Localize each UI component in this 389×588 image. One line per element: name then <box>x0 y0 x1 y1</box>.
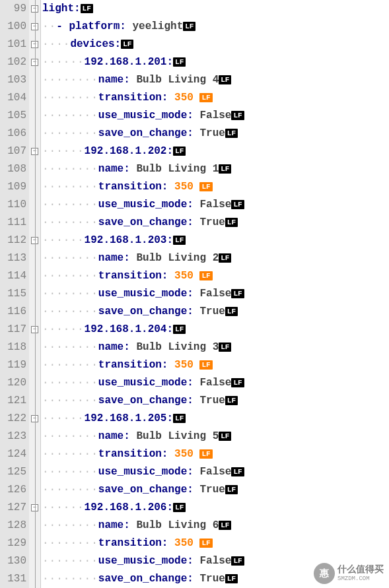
watermark-icon: 惠 <box>314 563 335 584</box>
code-line[interactable]: ········save_on_change: TrueLF <box>42 481 389 499</box>
fold-guide <box>29 339 40 356</box>
fold-guide <box>29 249 40 267</box>
code-line[interactable]: ········save_on_change: TrueLF <box>42 392 389 410</box>
fold-column[interactable]: −−−−−−−−− <box>29 0 41 588</box>
line-number: 111 <box>0 214 26 232</box>
line-number: 123 <box>0 428 26 445</box>
fold-guide <box>29 463 40 481</box>
code-line[interactable]: ········name: Bulb Living 2LF <box>42 249 389 267</box>
code-line[interactable]: ········use_music_mode: FalseLF <box>42 374 389 392</box>
code-line[interactable]: ··- platform: yeelightLF <box>42 18 389 36</box>
lf-marker-icon: LF <box>199 539 212 548</box>
line-number: 128 <box>0 517 26 535</box>
watermark: 惠 什么值得买 SMZDM.COM <box>314 563 384 584</box>
code-line[interactable]: ····devices:LF <box>42 36 389 53</box>
code-line[interactable]: ········name: Bulb Living 4LF <box>42 71 389 89</box>
lf-marker-icon: LF <box>173 414 186 423</box>
line-number: 103 <box>0 71 26 89</box>
fold-guide <box>29 285 40 303</box>
code-line[interactable]: ········name: Bulb Living 1LF <box>42 160 389 178</box>
code-line[interactable]: ········transition: 350 LF <box>42 535 389 552</box>
fold-toggle[interactable]: − <box>29 53 40 71</box>
lf-marker-icon: LF <box>219 75 231 84</box>
line-number: 130 <box>0 552 26 570</box>
code-line[interactable]: ········use_music_mode: FalseLF <box>42 285 389 303</box>
code-editor[interactable]: 9910010110210310410510610710810911011111… <box>0 0 389 588</box>
code-line[interactable]: ········name: Bulb Living 3LF <box>42 339 389 356</box>
fold-guide <box>29 196 40 214</box>
code-line[interactable]: ······192.168.1.201:LF <box>42 53 389 71</box>
watermark-sub: SMZDM.COM <box>337 575 384 582</box>
code-line[interactable]: ······192.168.1.205:LF <box>42 410 389 428</box>
lf-marker-icon: LF <box>219 253 231 263</box>
code-line[interactable]: ········use_music_mode: FalseLF <box>42 463 389 481</box>
line-number: 107 <box>0 143 26 160</box>
code-line[interactable]: ········save_on_change: TrueLF <box>42 214 389 232</box>
code-line[interactable]: ········use_music_mode: FalseLF <box>42 107 389 125</box>
fold-guide <box>29 178 40 196</box>
line-number: 118 <box>0 339 26 356</box>
line-number: 104 <box>0 89 26 107</box>
line-number: 127 <box>0 499 26 517</box>
code-line[interactable]: ······192.168.1.206:LF <box>42 499 389 517</box>
line-number: 129 <box>0 535 26 552</box>
fold-guide <box>29 374 40 392</box>
lf-marker-icon: LF <box>199 182 212 191</box>
fold-guide <box>29 535 40 552</box>
line-number: 126 <box>0 481 26 499</box>
code-line[interactable]: ········use_music_mode: FalseLF <box>42 196 389 214</box>
lf-marker-icon: LF <box>225 129 238 138</box>
lf-marker-icon: LF <box>199 449 212 459</box>
lf-marker-icon: LF <box>231 467 244 476</box>
fold-guide <box>29 570 40 588</box>
lf-marker-icon: LF <box>219 164 231 174</box>
fold-toggle[interactable]: − <box>29 18 40 36</box>
code-line[interactable]: ········save_on_change: TrueLF <box>42 125 389 143</box>
lf-marker-icon: LF <box>231 200 244 209</box>
fold-guide <box>29 89 40 107</box>
fold-guide <box>29 107 40 125</box>
code-line[interactable]: ········transition: 350 LF <box>42 267 389 285</box>
fold-guide <box>29 428 40 445</box>
code-line[interactable]: ······192.168.1.203:LF <box>42 232 389 249</box>
fold-toggle[interactable]: − <box>29 36 40 53</box>
line-number: 101 <box>0 36 26 53</box>
line-number: 121 <box>0 392 26 410</box>
fold-toggle[interactable]: − <box>29 0 40 18</box>
code-line[interactable]: ········transition: 350 LF <box>42 445 389 463</box>
code-line[interactable]: ········transition: 350 LF <box>42 356 389 374</box>
line-number: 116 <box>0 303 26 321</box>
lf-marker-icon: LF <box>219 521 231 530</box>
lf-marker-icon: LF <box>225 396 238 405</box>
fold-toggle[interactable]: − <box>29 499 40 517</box>
code-line[interactable]: ········transition: 350 LF <box>42 178 389 196</box>
line-number: 122 <box>0 410 26 428</box>
lf-marker-icon: LF <box>225 574 238 583</box>
lf-marker-icon: LF <box>173 57 186 67</box>
fold-toggle[interactable]: − <box>29 410 40 428</box>
line-number: 110 <box>0 196 26 214</box>
fold-toggle[interactable]: − <box>29 321 40 339</box>
code-line[interactable]: ········save_on_change: TrueLF <box>42 303 389 321</box>
line-number: 114 <box>0 267 26 285</box>
fold-guide <box>29 392 40 410</box>
line-number: 106 <box>0 125 26 143</box>
code-area[interactable]: light:LF··- platform: yeelightLF····devi… <box>41 0 389 588</box>
lf-marker-icon: LF <box>183 22 195 31</box>
code-line[interactable]: light:LF <box>42 0 389 18</box>
code-line[interactable]: ······192.168.1.204:LF <box>42 321 389 339</box>
line-number: 113 <box>0 249 26 267</box>
code-line[interactable]: ········name: Bulb Living 5LF <box>42 428 389 445</box>
line-number: 125 <box>0 463 26 481</box>
fold-toggle[interactable]: − <box>29 143 40 160</box>
code-line[interactable]: ········transition: 350 LF <box>42 89 389 107</box>
lf-marker-icon: LF <box>225 218 238 227</box>
code-line[interactable]: ······192.168.1.202:LF <box>42 143 389 160</box>
fold-guide <box>29 214 40 232</box>
line-number: 99 <box>0 0 26 18</box>
code-line[interactable]: ········name: Bulb Living 6LF <box>42 517 389 535</box>
lf-marker-icon: LF <box>173 503 186 512</box>
lf-marker-icon: LF <box>199 271 212 280</box>
line-number: 102 <box>0 53 26 71</box>
fold-toggle[interactable]: − <box>29 232 40 249</box>
